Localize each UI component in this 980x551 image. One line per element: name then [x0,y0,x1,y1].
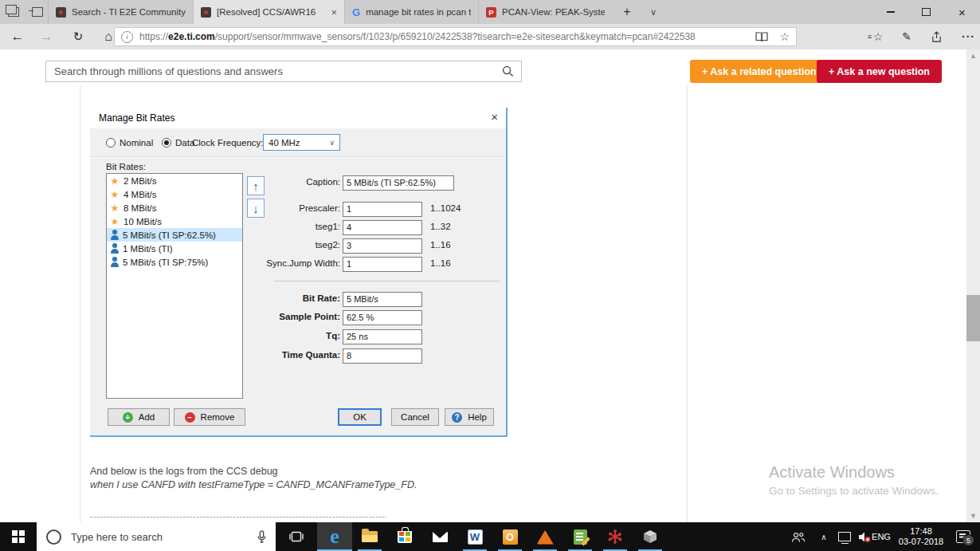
ti-favicon [201,7,211,18]
sample-point-label: Sample Point: [241,312,340,321]
url-text: https://e2e.ti.com/support/sensor/mmwave… [139,31,749,42]
tab-pcan-view[interactable]: P PCAN-View: PEAK-System [478,0,612,24]
taskbar-app-outlook[interactable]: O [492,522,527,551]
taskbar-app-cube[interactable] [633,522,668,551]
taskbar-app-file-explorer[interactable] [352,522,387,551]
post-text-line1: And below is the logs from the CCS debug [90,466,278,477]
content-right-border [687,85,688,522]
reading-view-icon[interactable] [755,31,768,42]
matlab-icon [537,530,553,544]
restore-icon [922,8,931,16]
url-field[interactable]: i https://e2e.ti.com/support/sensor/mmwa… [114,27,797,46]
taskbar-app-edge[interactable]: e [317,522,352,551]
tq-label: Tq: [241,331,340,340]
show-hidden-icons-button[interactable]: ∧ [814,522,833,551]
prescaler-label: Prescaler: [241,203,340,213]
people-icon [791,531,806,543]
tq-value: 25 ns [343,329,422,344]
ok-button[interactable]: OK [338,408,382,426]
more-options-icon[interactable]: ··· [962,30,975,43]
forward-button[interactable]: → [32,24,61,49]
tab-preview-toggle[interactable]: ∨ [641,0,665,24]
radio-data[interactable]: Data [162,128,194,156]
web-note-pen-icon[interactable]: ✎ [902,30,911,43]
ask-related-question-button[interactable]: + Ask a related question [690,60,829,83]
back-button[interactable]: ← [3,24,32,49]
add-button[interactable]: + Add [108,408,170,426]
language-indicator[interactable]: ENG [868,522,894,551]
site-info-icon[interactable]: i [121,31,133,43]
tseg2-range: 1..16 [430,240,451,250]
tab-resolved-ccs-awr16[interactable]: [Resolved] CCS/AWR16 × [193,0,344,24]
site-search-input[interactable] [46,65,502,77]
action-center-button[interactable]: 5 [950,522,977,551]
prescaler-input[interactable]: 1 [343,202,422,217]
taskbar-app-molecule[interactable] [598,522,633,551]
bit-rates-label: Bit Rates: [106,162,146,171]
taskbar-app-word[interactable]: W [457,522,492,551]
page-scrollbar[interactable]: ▲ ▼ [966,49,980,522]
close-window-button[interactable]: × [944,0,980,24]
scroll-up-arrow[interactable]: ▲ [966,49,980,62]
windows-taskbar: e W O ∧ ENG 17:48 03-07-2018 [0,522,980,551]
dialog-top-band: Nominal Data Clock Frequency: 40 MHz ∨ [90,128,506,157]
remove-button[interactable]: − Remove [174,408,245,426]
add-favorite-star-icon[interactable]: ☆ [779,30,790,43]
time-quanta-value: 8 [343,348,422,364]
scrollbar-thumb[interactable] [966,295,980,341]
tab-close-icon[interactable]: × [329,6,337,18]
network-tray-button[interactable] [833,522,856,551]
new-tab-button[interactable]: + [615,0,639,24]
radio-nominal[interactable]: Nominal [106,128,153,156]
share-icon[interactable] [931,31,943,43]
ask-new-question-button[interactable]: + Ask a new question [817,60,942,83]
forum-post-content: Manage Bit Rates × Nominal Data Clock Fr… [0,85,966,522]
tseg1-label: tseg1: [241,222,340,231]
taskbar-app-matlab[interactable] [527,522,563,551]
taskbar-app-store[interactable] [387,522,422,551]
tseg2-input[interactable]: 3 [343,238,422,254]
tab-ti-e2e-search[interactable]: Search - TI E2E Community [48,0,193,24]
minimize-button[interactable] [872,0,908,24]
taskbar-app-mail[interactable] [422,522,457,551]
tseg1-range: 1..32 [430,222,451,231]
start-button[interactable] [0,522,37,551]
tab-google-search[interactable]: G manage bit rates in pcan to [344,0,478,24]
radio-data-circle [162,138,171,148]
scroll-down-arrow[interactable]: ▼ [966,510,980,522]
taskbar-app-notepad[interactable] [563,522,598,551]
sync-jump-width-input[interactable]: 1 [343,257,422,272]
hub-favorites-icon[interactable]: ≡☆ [873,30,884,43]
taskbar-search-input[interactable] [69,530,248,544]
show-tabs-button[interactable] [25,0,49,24]
dialog-close-icon[interactable]: × [491,110,498,124]
cancel-button[interactable]: Cancel [391,408,439,426]
close-icon: × [958,6,966,19]
task-view-button[interactable] [279,522,314,551]
caption-label: Caption: [241,177,340,187]
pcan-favicon: P [486,7,496,18]
plus-circle-icon: + [123,412,133,423]
refresh-button[interactable]: ↻ [64,24,92,49]
people-button[interactable] [785,522,812,551]
edge-icon: e [330,526,339,547]
microphone-icon[interactable] [257,530,266,543]
clock-frequency-dropdown[interactable]: 40 MHz ∨ [263,134,340,151]
clock[interactable]: 17:48 03-07-2018 [896,522,947,551]
clock-frequency-label: Clock Frequency: [192,128,263,156]
browser-tab-bar: Search - TI E2E Community [Resolved] CCS… [0,0,980,24]
tseg2-label: tseg2: [241,240,340,250]
notification-badge: 5 [962,534,974,546]
tseg1-input[interactable]: 4 [343,220,422,235]
manage-bit-rates-dialog: Manage Bit Rates × Nominal Data Clock Fr… [90,108,508,437]
tab-title: manage bit rates in pcan to [366,7,471,17]
windows-logo-icon [12,530,25,543]
set-aside-tabs-button[interactable] [2,0,25,24]
restore-button[interactable] [908,0,944,24]
help-button[interactable]: ? Help [445,408,494,426]
tab-title: Search - TI E2E Community [72,7,186,17]
search-icon[interactable] [502,65,514,77]
caption-input[interactable]: 5 MBit/s (TI SP:62.5%) [343,175,454,191]
show-tabs-icon [32,7,43,17]
activate-windows-subtext: Go to Settings to activate Windows. [769,485,939,497]
